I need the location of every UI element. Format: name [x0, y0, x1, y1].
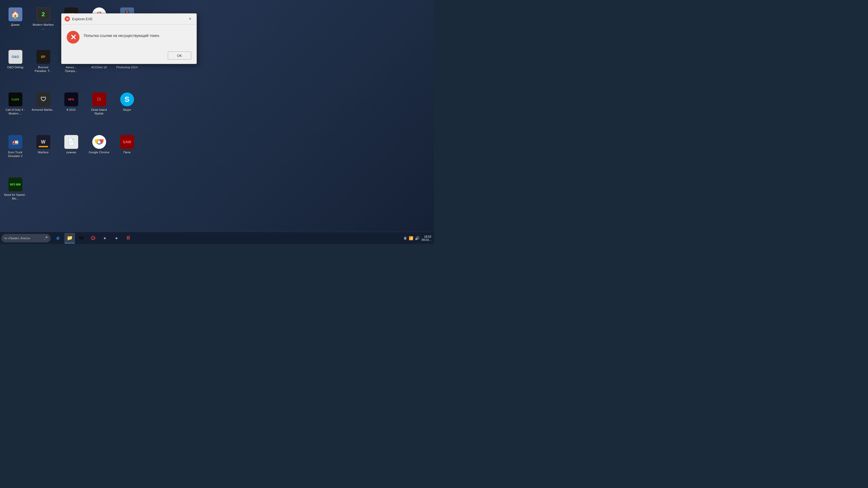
search-text: те «Привет, Алиса»: [4, 236, 43, 240]
taskbar-search[interactable]: те «Привет, Алиса» 🎤: [1, 234, 51, 242]
sound-icon: 🔊: [415, 236, 420, 240]
ps-label: Photoshop 2014: [116, 65, 137, 69]
dialog-body: ✕ Попытка ссылки на несуществующий токен…: [61, 25, 196, 49]
icon-dead-island[interactable]: DI Dead Island Riptide: [86, 90, 112, 132]
burnout-label: Burnout Paradise. T...: [32, 65, 55, 73]
domik-label: Домик: [11, 23, 20, 27]
amnesia-label: Амнез... Призра...: [60, 65, 83, 73]
network-icon: 🖥: [403, 236, 407, 240]
dialog-error-icon: ✕: [67, 31, 80, 43]
taskbar-yandex-button[interactable]: Я: [123, 233, 133, 243]
skype-icon: S: [120, 93, 134, 106]
pila-icon: SAW: [120, 135, 134, 149]
dead-island-label: Dead Island Riptide: [88, 108, 111, 116]
icon-oo-defrag[interactable]: O&O O&O Defrag: [3, 48, 28, 89]
dialog-message: Попытка ссылки на несуществующий токен.: [84, 31, 160, 38]
icon-skype[interactable]: S Skype: [114, 90, 140, 132]
dialog-footer: OK: [61, 49, 196, 64]
taskbar-circle1-button[interactable]: ●: [99, 233, 110, 243]
domik-icon: 🏠: [8, 7, 22, 21]
icon-domik[interactable]: 🏠 Домик: [3, 5, 28, 46]
sluzhnaya-icon: 📄: [64, 135, 78, 149]
chrome-icon: [92, 135, 106, 149]
cod4-label: Call of Duty 4 - Modern ...: [4, 108, 27, 116]
taskbar-power-button[interactable]: ⏻: [88, 233, 98, 243]
dialog-title-error-icon: ✕: [65, 16, 70, 22]
icon-burnout[interactable]: BP Burnout Paradise. T...: [31, 48, 56, 89]
taskbar-store-button[interactable]: 🛍: [76, 233, 87, 243]
oo-icon: O&O: [8, 50, 22, 64]
icon-chrome[interactable]: Google Chrome: [86, 133, 112, 174]
icon-nfs-mw[interactable]: NFS MW Need for Speed - Mo...: [3, 175, 28, 217]
dialog-ok-button[interactable]: OK: [168, 52, 191, 60]
icon-modern-warfare[interactable]: 2 Modern Warfare ...: [31, 5, 56, 46]
icon-armored-warfare[interactable]: 🛡 Armored Warfar...: [31, 90, 56, 132]
mw-label: Modern Warfare ...: [32, 23, 55, 31]
taskbar-right-area: 🖥 📶 🔊 18:02 09.02...: [403, 235, 431, 241]
taskbar-circle2-button[interactable]: ●: [111, 233, 122, 243]
time-display: 18:02 09.02...: [422, 235, 431, 241]
microphone-icon[interactable]: 🎤: [43, 236, 48, 240]
armored-label: Armored Warfar...: [32, 108, 55, 111]
system-tray: 🖥 📶 🔊: [403, 236, 420, 240]
icon-sluzhnaya[interactable]: 📄 лужная: [59, 133, 84, 174]
dialog-title: Explorer.EXE: [72, 17, 187, 21]
error-dialog: ✕ Explorer.EXE × ✕ Попытка ссылки на нес…: [61, 13, 197, 64]
taskbar-ie-button[interactable]: e: [53, 233, 63, 243]
nfs2015-label: й 2015: [67, 108, 76, 111]
icon-pila[interactable]: SAW Пила: [114, 133, 140, 174]
taskbar-explorer-button[interactable]: 📁: [64, 233, 75, 243]
dialog-close-button[interactable]: ×: [187, 16, 193, 22]
mw-icon: 2: [36, 7, 50, 21]
armored-icon: 🛡: [36, 93, 50, 106]
oo-label: O&O Defrag: [7, 65, 23, 69]
cod4-icon: CoD4: [8, 93, 22, 106]
acdsee-label: ACDSee 18: [91, 65, 106, 69]
eurotruck-icon: 🚛: [8, 135, 22, 149]
burnout-icon: BP: [36, 50, 50, 64]
nfs-mw-label: Need for Speed - Mo...: [4, 193, 27, 201]
icon-warface[interactable]: W Warface: [31, 133, 56, 174]
taskbar: те «Привет, Алиса» 🎤 e 📁 🛍 ⏻ ● ●: [0, 232, 434, 244]
date: 09.02...: [422, 238, 431, 241]
nfs2015-icon: NFS: [64, 93, 78, 106]
nfs-mw-icon: NFS MW: [8, 177, 22, 191]
warface-label: Warface: [38, 151, 49, 154]
dead-island-icon: DI: [92, 93, 106, 106]
pila-label: Пила: [123, 151, 131, 154]
chrome-label: Google Chrome: [89, 151, 110, 154]
dialog-titlebar: ✕ Explorer.EXE ×: [61, 13, 196, 25]
eurotruck-label: Euro Truck Simulator 2: [4, 151, 27, 158]
warface-icon: W: [36, 135, 50, 149]
taskbar-buttons: e 📁 🛍 ⏻ ● ● Я: [53, 233, 133, 243]
icon-cod4[interactable]: CoD4 Call of Duty 4 - Modern ...: [3, 90, 28, 132]
sluzhnaya-label: лужная: [66, 151, 76, 154]
wifi-icon: 📶: [409, 236, 413, 240]
icon-euro-truck[interactable]: 🚛 Euro Truck Simulator 2: [3, 133, 28, 174]
skype-label: Skype: [123, 108, 131, 111]
icon-nfs2015[interactable]: NFS й 2015: [59, 90, 84, 132]
clock: 18:02: [422, 235, 431, 238]
desktop: 🏠 Домик 2 Modern Warfare ... BF Battlefi…: [0, 0, 434, 244]
